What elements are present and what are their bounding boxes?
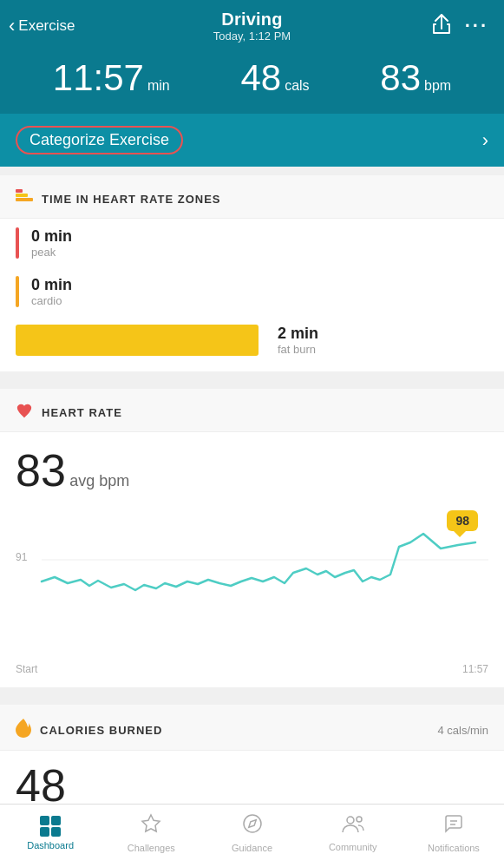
svg-marker-5 <box>142 815 160 831</box>
calories-value: 48 <box>240 57 281 98</box>
divider-2 <box>0 371 504 380</box>
peak-zone-label: peak <box>31 246 72 259</box>
more-icon[interactable]: ··· <box>465 15 488 37</box>
calories-title: CALORIES BURNED <box>40 724 162 737</box>
chart-start-label: Start <box>16 663 37 675</box>
svg-rect-1 <box>16 198 33 201</box>
bpm-value: 83 <box>380 57 421 98</box>
nav-label-community: Community <box>329 842 377 852</box>
peak-zone-value: 0 min <box>31 227 72 246</box>
cardio-zone-label: cardio <box>31 294 72 307</box>
bottom-navigation: Dashboard Challenges Guidance Co <box>0 804 504 867</box>
heart-rate-zones-section: TIME IN HEART RATE ZONES 0 min peak 0 mi… <box>0 175 504 371</box>
divider-1 <box>0 167 504 175</box>
people-icon <box>342 814 364 838</box>
compass-icon <box>242 813 263 839</box>
svg-marker-7 <box>248 820 255 827</box>
peak-zone-item: 0 min peak <box>0 219 504 267</box>
nav-item-challenges[interactable]: Challenges <box>101 813 201 853</box>
svg-point-8 <box>347 817 354 824</box>
categorize-bar[interactable]: Categorize Exercise › <box>0 114 504 167</box>
header-actions: ··· <box>432 12 488 39</box>
peak-zone-info: 0 min peak <box>31 227 72 259</box>
time-unit: min <box>147 78 170 93</box>
calories-unit: cals <box>285 78 309 93</box>
dashboard-icon <box>40 816 61 837</box>
fat-burn-bar-visual <box>16 325 259 356</box>
back-button[interactable]: ‹ Exercise <box>9 16 75 36</box>
nav-item-guidance[interactable]: Guidance <box>201 813 302 853</box>
calories-large-value: 48 <box>0 751 504 811</box>
hr-title: HEART RATE <box>42 406 122 419</box>
categorize-chevron-icon: › <box>482 129 488 152</box>
hr-chart-svg <box>16 512 488 642</box>
svg-rect-3 <box>16 189 23 193</box>
calories-header: CALORIES BURNED 4 cals/min <box>0 705 504 751</box>
chat-icon <box>443 813 464 839</box>
workout-datetime: Today, 1:12 PM <box>213 30 291 43</box>
bpm-unit: bpm <box>424 78 451 93</box>
fat-burn-row: 2 min fat burn <box>0 316 504 371</box>
hr-section-header: HEART RATE <box>0 389 504 432</box>
hr-avg-display: 83 avg bpm <box>0 432 504 503</box>
time-value: 11:57 <box>53 57 144 98</box>
divider-3 <box>0 687 504 696</box>
fat-burn-info: 2 min fat burn <box>278 325 318 356</box>
nav-item-notifications[interactable]: Notifications <box>403 813 504 853</box>
header-center: Driving Today, 1:12 PM <box>213 10 291 43</box>
nav-label-guidance: Guidance <box>232 843 272 853</box>
zones-icon <box>16 189 33 209</box>
calories-rate: 4 cals/min <box>437 724 488 737</box>
nav-item-dashboard[interactable]: Dashboard <box>0 816 101 851</box>
cardio-zone-value: 0 min <box>31 276 72 294</box>
zones-section-header: TIME IN HEART RATE ZONES <box>0 175 504 219</box>
hr-tooltip: 98 <box>447 510 478 531</box>
nav-label-challenges: Challenges <box>128 843 175 853</box>
chart-time-labels: Start 11:57 <box>0 660 504 687</box>
fat-burn-value: 2 min <box>278 325 318 343</box>
cardio-zone-indicator <box>16 276 19 307</box>
zones-title: TIME IN HEART RATE ZONES <box>42 193 220 206</box>
cardio-zone-info: 0 min cardio <box>31 276 72 307</box>
heart-rate-section: HEART RATE 83 avg bpm 91 98 Start 11:57 <box>0 389 504 687</box>
nav-item-community[interactable]: Community <box>303 814 403 852</box>
hr-avg-unit: avg bpm <box>69 472 129 489</box>
calories-stat: 48cals <box>240 60 309 96</box>
categorize-label: Categorize Exercise <box>16 126 183 154</box>
hr-chart-container: 91 98 <box>0 503 504 660</box>
back-label: Exercise <box>18 17 75 35</box>
time-stat: 11:57min <box>53 60 170 96</box>
svg-point-6 <box>244 815 261 832</box>
peak-zone-indicator <box>16 227 19 259</box>
back-chevron-icon: ‹ <box>9 16 15 36</box>
svg-point-9 <box>357 817 362 822</box>
nav-label-notifications: Notifications <box>428 843 480 853</box>
star-icon <box>141 813 161 839</box>
flame-icon <box>16 719 31 741</box>
chart-y-label: 91 <box>16 551 27 563</box>
svg-rect-2 <box>16 194 28 197</box>
calories-section: CALORIES BURNED 4 cals/min 48 <box>0 705 504 811</box>
hr-avg-value: 83 <box>16 445 66 496</box>
heart-icon <box>16 403 33 423</box>
app-header: ‹ Exercise Driving Today, 1:12 PM ··· <box>0 0 504 51</box>
workout-title: Driving <box>213 10 291 30</box>
fat-burn-label: fat burn <box>278 343 318 356</box>
nav-label-dashboard: Dashboard <box>27 840 74 851</box>
stats-bar: 11:57min 48cals 83bpm <box>0 51 504 114</box>
cardio-zone-item: 0 min cardio <box>0 267 504 316</box>
bpm-stat: 83bpm <box>380 60 451 96</box>
share-icon[interactable] <box>432 12 451 39</box>
chart-end-label: 11:57 <box>462 663 488 675</box>
